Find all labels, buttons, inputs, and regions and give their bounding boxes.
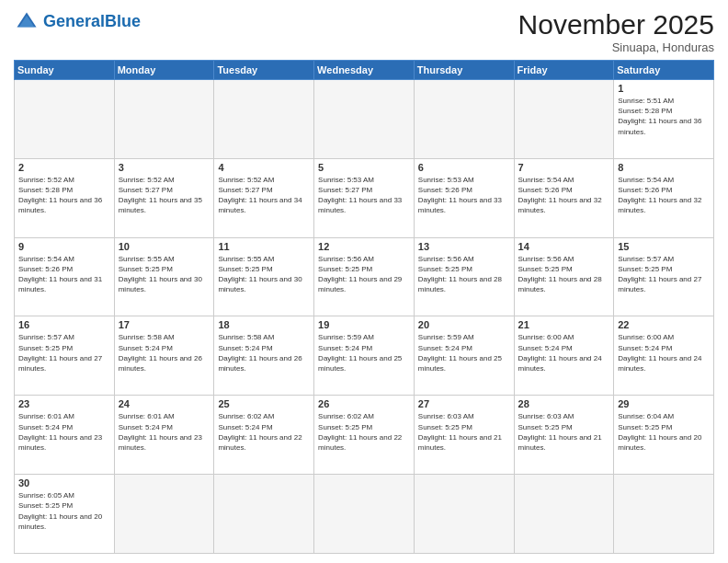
day-info: Sunrise: 5:58 AMSunset: 5:24 PMDaylight:… — [218, 332, 310, 373]
day-cell-20: 20Sunrise: 5:59 AMSunset: 5:24 PMDayligh… — [414, 316, 514, 396]
weekday-header-row: Sunday Monday Tuesday Wednesday Thursday… — [15, 61, 714, 80]
day-number: 15 — [618, 241, 710, 252]
day-info: Sunrise: 6:00 AMSunset: 5:24 PMDaylight:… — [518, 332, 610, 373]
day-cell-27: 27Sunrise: 6:03 AMSunset: 5:25 PMDayligh… — [414, 396, 514, 475]
day-number: 11 — [218, 241, 310, 252]
empty-cell — [15, 80, 115, 159]
day-info: Sunrise: 5:56 AMSunset: 5:25 PMDaylight:… — [518, 254, 610, 295]
day-number: 17 — [119, 319, 210, 330]
empty-cell — [214, 475, 314, 554]
empty-cell — [214, 80, 314, 159]
day-info: Sunrise: 5:58 AMSunset: 5:24 PMDaylight:… — [119, 332, 210, 373]
calendar-row-4: 23Sunrise: 6:01 AMSunset: 5:24 PMDayligh… — [15, 396, 714, 475]
day-info: Sunrise: 5:53 AMSunset: 5:27 PMDaylight:… — [318, 175, 410, 216]
day-cell-1: 1Sunrise: 5:51 AMSunset: 5:28 PMDaylight… — [614, 80, 714, 159]
day-number: 4 — [218, 162, 310, 173]
day-info: Sunrise: 5:51 AMSunset: 5:28 PMDaylight:… — [618, 96, 710, 137]
day-info: Sunrise: 5:56 AMSunset: 5:25 PMDaylight:… — [318, 254, 410, 295]
day-number: 29 — [618, 398, 710, 409]
day-cell-22: 22Sunrise: 6:00 AMSunset: 5:24 PMDayligh… — [614, 316, 714, 396]
day-number: 7 — [518, 162, 610, 173]
header-saturday: Saturday — [614, 61, 714, 80]
day-cell-19: 19Sunrise: 5:59 AMSunset: 5:24 PMDayligh… — [314, 316, 415, 396]
day-cell-26: 26Sunrise: 6:02 AMSunset: 5:25 PMDayligh… — [314, 396, 415, 475]
day-info: Sunrise: 6:00 AMSunset: 5:24 PMDaylight:… — [618, 332, 710, 373]
subtitle: Sinuapa, Honduras — [518, 40, 714, 54]
empty-cell — [514, 475, 614, 554]
day-info: Sunrise: 5:53 AMSunset: 5:26 PMDaylight:… — [418, 175, 510, 216]
page: GeneralBlue November 2025 Sinuapa, Hondu… — [0, 0, 728, 563]
header-tuesday: Tuesday — [214, 61, 314, 80]
day-number: 10 — [119, 241, 210, 252]
day-info: Sunrise: 5:59 AMSunset: 5:24 PMDaylight:… — [418, 332, 510, 373]
empty-cell — [114, 80, 214, 159]
calendar-row-0: 1Sunrise: 5:51 AMSunset: 5:28 PMDaylight… — [15, 80, 714, 159]
day-number: 2 — [18, 162, 110, 173]
day-info: Sunrise: 5:52 AMSunset: 5:27 PMDaylight:… — [218, 175, 310, 216]
day-info: Sunrise: 5:54 AMSunset: 5:26 PMDaylight:… — [618, 175, 710, 216]
day-info: Sunrise: 5:52 AMSunset: 5:28 PMDaylight:… — [18, 175, 110, 216]
day-cell-5: 5Sunrise: 5:53 AMSunset: 5:27 PMDaylight… — [314, 158, 415, 237]
empty-cell — [514, 80, 614, 159]
day-number: 18 — [218, 319, 310, 330]
header-friday: Friday — [514, 61, 614, 80]
day-info: Sunrise: 6:04 AMSunset: 5:25 PMDaylight:… — [618, 411, 710, 453]
logo-blue: Blue — [105, 12, 141, 30]
day-number: 8 — [618, 162, 710, 173]
day-cell-17: 17Sunrise: 5:58 AMSunset: 5:24 PMDayligh… — [114, 316, 214, 396]
calendar-table: Sunday Monday Tuesday Wednesday Thursday… — [14, 60, 714, 554]
day-number: 26 — [318, 398, 410, 409]
empty-cell — [614, 475, 714, 554]
day-cell-28: 28Sunrise: 6:03 AMSunset: 5:25 PMDayligh… — [514, 396, 614, 475]
day-number: 28 — [518, 398, 610, 409]
day-info: Sunrise: 6:01 AMSunset: 5:24 PMDaylight:… — [119, 411, 210, 453]
day-number: 23 — [18, 398, 110, 409]
day-info: Sunrise: 6:02 AMSunset: 5:24 PMDaylight:… — [218, 411, 310, 453]
day-cell-3: 3Sunrise: 5:52 AMSunset: 5:27 PMDaylight… — [114, 158, 214, 237]
header-thursday: Thursday — [414, 61, 514, 80]
day-number: 13 — [418, 241, 510, 252]
day-cell-2: 2Sunrise: 5:52 AMSunset: 5:28 PMDaylight… — [15, 158, 115, 237]
logo: GeneralBlue — [14, 9, 141, 35]
header-wednesday: Wednesday — [314, 61, 415, 80]
day-cell-25: 25Sunrise: 6:02 AMSunset: 5:24 PMDayligh… — [214, 396, 314, 475]
day-number: 14 — [518, 241, 610, 252]
day-info: Sunrise: 6:01 AMSunset: 5:24 PMDaylight:… — [18, 411, 110, 453]
day-cell-13: 13Sunrise: 5:56 AMSunset: 5:25 PMDayligh… — [414, 237, 514, 316]
day-cell-29: 29Sunrise: 6:04 AMSunset: 5:25 PMDayligh… — [614, 396, 714, 475]
day-number: 3 — [119, 162, 210, 173]
logo-text: GeneralBlue — [43, 13, 141, 31]
day-info: Sunrise: 6:02 AMSunset: 5:25 PMDaylight:… — [318, 411, 410, 453]
day-info: Sunrise: 5:55 AMSunset: 5:25 PMDaylight:… — [218, 254, 310, 295]
calendar-row-2: 9Sunrise: 5:54 AMSunset: 5:26 PMDaylight… — [15, 237, 714, 316]
day-cell-14: 14Sunrise: 5:56 AMSunset: 5:25 PMDayligh… — [514, 237, 614, 316]
day-cell-15: 15Sunrise: 5:57 AMSunset: 5:25 PMDayligh… — [614, 237, 714, 316]
day-number: 27 — [418, 398, 510, 409]
day-cell-11: 11Sunrise: 5:55 AMSunset: 5:25 PMDayligh… — [214, 237, 314, 316]
empty-cell — [314, 80, 415, 159]
day-cell-24: 24Sunrise: 6:01 AMSunset: 5:24 PMDayligh… — [114, 396, 214, 475]
day-number: 22 — [618, 319, 710, 330]
empty-cell — [414, 80, 514, 159]
month-title: November 2025 — [518, 9, 714, 40]
day-cell-30: 30Sunrise: 6:05 AMSunset: 5:25 PMDayligh… — [15, 475, 115, 554]
day-number: 1 — [618, 83, 710, 94]
day-info: Sunrise: 6:05 AMSunset: 5:25 PMDaylight:… — [18, 490, 110, 532]
title-block: November 2025 Sinuapa, Honduras — [518, 9, 714, 54]
empty-cell — [414, 475, 514, 554]
day-info: Sunrise: 6:03 AMSunset: 5:25 PMDaylight:… — [418, 411, 510, 453]
day-info: Sunrise: 5:57 AMSunset: 5:25 PMDaylight:… — [618, 254, 710, 295]
day-info: Sunrise: 5:54 AMSunset: 5:26 PMDaylight:… — [518, 175, 610, 216]
day-cell-9: 9Sunrise: 5:54 AMSunset: 5:26 PMDaylight… — [15, 237, 115, 316]
day-info: Sunrise: 5:52 AMSunset: 5:27 PMDaylight:… — [119, 175, 210, 216]
day-cell-16: 16Sunrise: 5:57 AMSunset: 5:25 PMDayligh… — [15, 316, 115, 396]
day-cell-12: 12Sunrise: 5:56 AMSunset: 5:25 PMDayligh… — [314, 237, 415, 316]
day-cell-18: 18Sunrise: 5:58 AMSunset: 5:24 PMDayligh… — [214, 316, 314, 396]
day-number: 19 — [318, 319, 410, 330]
header-monday: Monday — [114, 61, 214, 80]
day-info: Sunrise: 5:56 AMSunset: 5:25 PMDaylight:… — [418, 254, 510, 295]
day-cell-7: 7Sunrise: 5:54 AMSunset: 5:26 PMDaylight… — [514, 158, 614, 237]
empty-cell — [114, 475, 214, 554]
day-info: Sunrise: 6:03 AMSunset: 5:25 PMDaylight:… — [518, 411, 610, 453]
day-number: 25 — [218, 398, 310, 409]
